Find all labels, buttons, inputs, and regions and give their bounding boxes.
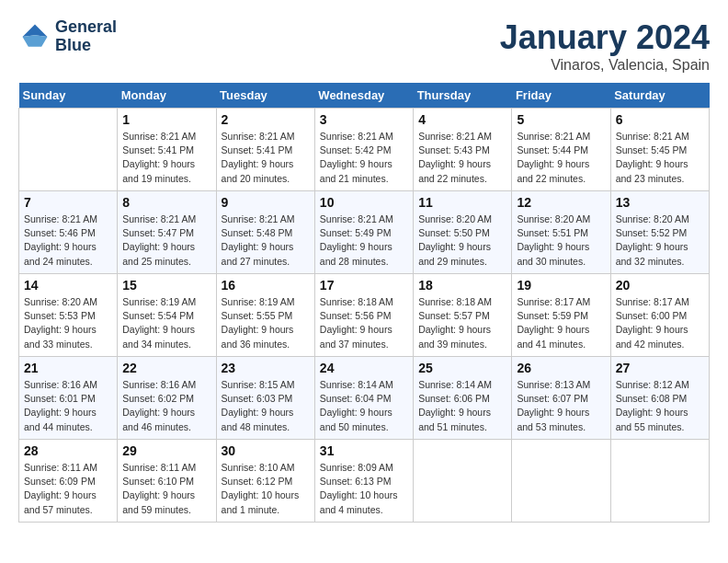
day-info: Sunrise: 8:21 AM Sunset: 5:43 PM Dayligh… bbox=[418, 130, 506, 186]
day-number: 2 bbox=[222, 112, 310, 127]
day-info: Sunrise: 8:21 AM Sunset: 5:48 PM Dayligh… bbox=[222, 213, 310, 269]
day-number: 12 bbox=[517, 195, 605, 210]
weekday-header: Saturday bbox=[610, 83, 709, 109]
logo-text: General Blue bbox=[55, 18, 117, 55]
day-number: 21 bbox=[24, 361, 112, 375]
day-info: Sunrise: 8:21 AM Sunset: 5:44 PM Dayligh… bbox=[517, 130, 605, 186]
logo: General Blue bbox=[18, 18, 117, 55]
calendar-cell: 12Sunrise: 8:20 AM Sunset: 5:51 PM Dayli… bbox=[512, 191, 610, 274]
day-number: 14 bbox=[24, 278, 112, 293]
weekday-header: Tuesday bbox=[216, 83, 314, 109]
day-number: 3 bbox=[320, 112, 408, 127]
day-info: Sunrise: 8:20 AM Sunset: 5:51 PM Dayligh… bbox=[517, 213, 605, 269]
day-number: 28 bbox=[24, 443, 112, 458]
calendar-week-row: 28Sunrise: 8:11 AM Sunset: 6:09 PM Dayli… bbox=[19, 440, 710, 523]
weekday-header: Monday bbox=[118, 83, 216, 109]
day-number: 24 bbox=[320, 361, 408, 375]
weekday-header: Sunday bbox=[19, 83, 118, 109]
calendar-cell: 16Sunrise: 8:19 AM Sunset: 5:55 PM Dayli… bbox=[216, 274, 314, 357]
day-number: 20 bbox=[616, 278, 704, 293]
day-info: Sunrise: 8:17 AM Sunset: 6:00 PM Dayligh… bbox=[616, 295, 704, 351]
calendar-cell: 31Sunrise: 8:09 AM Sunset: 6:13 PM Dayli… bbox=[314, 440, 413, 523]
day-number: 23 bbox=[222, 361, 310, 375]
calendar-cell: 3Sunrise: 8:21 AM Sunset: 5:42 PM Daylig… bbox=[314, 109, 413, 191]
calendar-cell: 4Sunrise: 8:21 AM Sunset: 5:43 PM Daylig… bbox=[414, 109, 512, 191]
day-info: Sunrise: 8:19 AM Sunset: 5:54 PM Dayligh… bbox=[122, 295, 210, 351]
calendar-cell: 26Sunrise: 8:13 AM Sunset: 6:07 PM Dayli… bbox=[512, 357, 610, 440]
day-info: Sunrise: 8:21 AM Sunset: 5:47 PM Dayligh… bbox=[122, 213, 210, 269]
calendar-cell: 13Sunrise: 8:20 AM Sunset: 5:52 PM Dayli… bbox=[610, 191, 709, 274]
day-info: Sunrise: 8:21 AM Sunset: 5:49 PM Dayligh… bbox=[320, 213, 408, 269]
logo-line2: Blue bbox=[55, 37, 117, 55]
day-info: Sunrise: 8:10 AM Sunset: 6:12 PM Dayligh… bbox=[222, 461, 310, 517]
calendar-table: SundayMondayTuesdayWednesdayThursdayFrid… bbox=[18, 83, 710, 523]
calendar-cell: 17Sunrise: 8:18 AM Sunset: 5:56 PM Dayli… bbox=[314, 274, 413, 357]
day-info: Sunrise: 8:16 AM Sunset: 6:02 PM Dayligh… bbox=[122, 378, 210, 434]
calendar-cell: 29Sunrise: 8:11 AM Sunset: 6:10 PM Dayli… bbox=[118, 440, 216, 523]
day-info: Sunrise: 8:15 AM Sunset: 6:03 PM Dayligh… bbox=[222, 378, 310, 434]
logo-line1: General bbox=[55, 18, 117, 37]
calendar-cell: 30Sunrise: 8:10 AM Sunset: 6:12 PM Dayli… bbox=[216, 440, 314, 523]
day-number: 17 bbox=[320, 278, 408, 293]
day-number: 11 bbox=[418, 195, 506, 210]
calendar-week-row: 21Sunrise: 8:16 AM Sunset: 6:01 PM Dayli… bbox=[19, 357, 710, 440]
calendar-cell: 20Sunrise: 8:17 AM Sunset: 6:00 PM Dayli… bbox=[610, 274, 709, 357]
day-info: Sunrise: 8:20 AM Sunset: 5:50 PM Dayligh… bbox=[418, 213, 506, 269]
day-info: Sunrise: 8:17 AM Sunset: 5:59 PM Dayligh… bbox=[517, 295, 605, 351]
day-info: Sunrise: 8:21 AM Sunset: 5:41 PM Dayligh… bbox=[122, 130, 210, 186]
day-info: Sunrise: 8:14 AM Sunset: 6:06 PM Dayligh… bbox=[418, 378, 506, 434]
calendar-cell: 24Sunrise: 8:14 AM Sunset: 6:04 PM Dayli… bbox=[314, 357, 413, 440]
calendar-cell: 14Sunrise: 8:20 AM Sunset: 5:53 PM Dayli… bbox=[19, 274, 118, 357]
location: Vinaros, Valencia, Spain bbox=[500, 57, 710, 74]
calendar-cell: 18Sunrise: 8:18 AM Sunset: 5:57 PM Dayli… bbox=[414, 274, 512, 357]
day-number: 31 bbox=[320, 443, 408, 458]
title-block: January 2024 Vinaros, Valencia, Spain bbox=[500, 18, 710, 74]
calendar-cell: 27Sunrise: 8:12 AM Sunset: 6:08 PM Dayli… bbox=[610, 357, 709, 440]
calendar-cell: 10Sunrise: 8:21 AM Sunset: 5:49 PM Dayli… bbox=[314, 191, 413, 274]
calendar-cell: 23Sunrise: 8:15 AM Sunset: 6:03 PM Dayli… bbox=[216, 357, 314, 440]
calendar-cell: 19Sunrise: 8:17 AM Sunset: 5:59 PM Dayli… bbox=[512, 274, 610, 357]
day-info: Sunrise: 8:21 AM Sunset: 5:41 PM Dayligh… bbox=[222, 130, 310, 186]
day-info: Sunrise: 8:09 AM Sunset: 6:13 PM Dayligh… bbox=[320, 461, 408, 517]
calendar-cell: 5Sunrise: 8:21 AM Sunset: 5:44 PM Daylig… bbox=[512, 109, 610, 191]
day-number: 7 bbox=[24, 195, 112, 210]
day-info: Sunrise: 8:13 AM Sunset: 6:07 PM Dayligh… bbox=[517, 378, 605, 434]
calendar-cell: 21Sunrise: 8:16 AM Sunset: 6:01 PM Dayli… bbox=[19, 357, 118, 440]
day-info: Sunrise: 8:21 AM Sunset: 5:42 PM Dayligh… bbox=[320, 130, 408, 186]
day-info: Sunrise: 8:18 AM Sunset: 5:57 PM Dayligh… bbox=[418, 295, 506, 351]
calendar-cell: 1Sunrise: 8:21 AM Sunset: 5:41 PM Daylig… bbox=[118, 109, 216, 191]
day-number: 10 bbox=[320, 195, 408, 210]
day-number: 18 bbox=[418, 278, 506, 293]
calendar-cell bbox=[19, 109, 118, 191]
calendar-cell: 15Sunrise: 8:19 AM Sunset: 5:54 PM Dayli… bbox=[118, 274, 216, 357]
day-number: 25 bbox=[418, 361, 506, 375]
calendar-week-row: 14Sunrise: 8:20 AM Sunset: 5:53 PM Dayli… bbox=[19, 274, 710, 357]
calendar-cell: 6Sunrise: 8:21 AM Sunset: 5:45 PM Daylig… bbox=[610, 109, 709, 191]
day-info: Sunrise: 8:12 AM Sunset: 6:08 PM Dayligh… bbox=[616, 378, 704, 434]
day-info: Sunrise: 8:20 AM Sunset: 5:53 PM Dayligh… bbox=[24, 295, 112, 351]
day-info: Sunrise: 8:20 AM Sunset: 5:52 PM Dayligh… bbox=[616, 213, 704, 269]
day-number: 4 bbox=[418, 112, 506, 127]
weekday-header: Wednesday bbox=[314, 83, 413, 109]
day-number: 29 bbox=[122, 443, 210, 458]
day-number: 6 bbox=[616, 112, 704, 127]
calendar-cell: 8Sunrise: 8:21 AM Sunset: 5:47 PM Daylig… bbox=[118, 191, 216, 274]
weekday-header: Thursday bbox=[414, 83, 512, 109]
day-number: 15 bbox=[122, 278, 210, 293]
day-info: Sunrise: 8:14 AM Sunset: 6:04 PM Dayligh… bbox=[320, 378, 408, 434]
calendar-cell bbox=[512, 440, 610, 523]
day-number: 1 bbox=[122, 112, 210, 127]
weekday-header-row: SundayMondayTuesdayWednesdayThursdayFrid… bbox=[19, 83, 710, 109]
page-header: General Blue January 2024 Vinaros, Valen… bbox=[18, 18, 710, 74]
day-number: 30 bbox=[222, 443, 310, 458]
weekday-header: Friday bbox=[512, 83, 610, 109]
calendar-week-row: 1Sunrise: 8:21 AM Sunset: 5:41 PM Daylig… bbox=[19, 109, 710, 191]
day-info: Sunrise: 8:18 AM Sunset: 5:56 PM Dayligh… bbox=[320, 295, 408, 351]
day-number: 19 bbox=[517, 278, 605, 293]
day-number: 22 bbox=[122, 361, 210, 375]
calendar-week-row: 7Sunrise: 8:21 AM Sunset: 5:46 PM Daylig… bbox=[19, 191, 710, 274]
day-info: Sunrise: 8:21 AM Sunset: 5:46 PM Dayligh… bbox=[24, 213, 112, 269]
calendar-cell: 11Sunrise: 8:20 AM Sunset: 5:50 PM Dayli… bbox=[414, 191, 512, 274]
calendar-cell: 28Sunrise: 8:11 AM Sunset: 6:09 PM Dayli… bbox=[19, 440, 118, 523]
calendar-cell bbox=[414, 440, 512, 523]
